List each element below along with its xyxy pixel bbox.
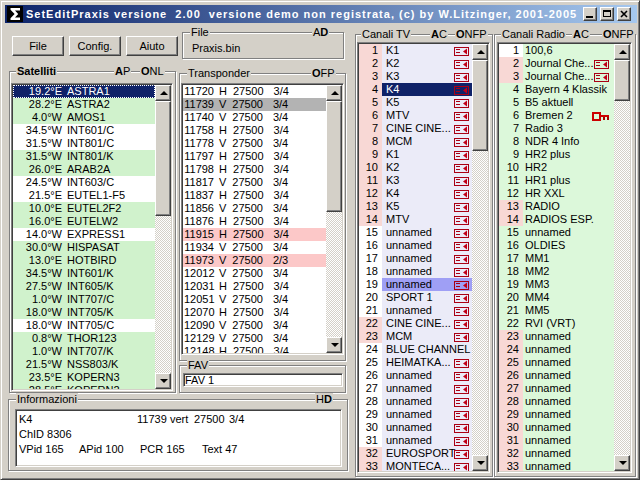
tv-channel-row[interactable]: 4K4 bbox=[359, 83, 472, 96]
radio-channel-row[interactable]: 9HR2 plus bbox=[499, 148, 614, 161]
sort-letter-c[interactable]: C bbox=[439, 28, 447, 40]
radio-scrollbar[interactable] bbox=[614, 44, 630, 471]
satellite-row[interactable]: 14.0°WEXPRESS1 bbox=[13, 228, 155, 241]
radio-channel-row[interactable]: 24unnamed bbox=[499, 343, 614, 356]
info-letters[interactable]: HD bbox=[315, 393, 333, 406]
transponder-row[interactable]: 11934V275003/4 bbox=[183, 241, 326, 254]
sort-letter-d[interactable]: D bbox=[324, 393, 332, 405]
transponder-row[interactable]: 11973V275002/3 bbox=[183, 254, 326, 267]
maximize-button[interactable] bbox=[600, 7, 614, 21]
transponder-row[interactable]: 12070H275003/4 bbox=[183, 306, 326, 319]
radio-channel-row[interactable]: 13RADIO bbox=[499, 200, 614, 213]
transponder-row[interactable]: 11758H275003/4 bbox=[183, 124, 326, 137]
transponder-row[interactable]: 11856V275003/4 bbox=[183, 202, 326, 215]
satellites-sort-letters-ap[interactable]: AP bbox=[114, 65, 131, 78]
sort-letter-p[interactable]: P bbox=[123, 65, 130, 77]
tv-channel-row[interactable]: 32EUROSPORT bbox=[359, 447, 472, 460]
transponder-row[interactable]: 12051V275003/4 bbox=[183, 293, 326, 306]
radio-channel-row[interactable]: 17MM1 bbox=[499, 252, 614, 265]
minimize-button[interactable] bbox=[583, 7, 597, 21]
satellite-row[interactable]: 19.2°EASTRA1 bbox=[13, 85, 155, 98]
satellite-row[interactable]: 23.5°EKOPERN3 bbox=[13, 371, 155, 384]
scrollbar-down-button[interactable] bbox=[326, 337, 342, 353]
tv-channel-row[interactable]: 13K5 bbox=[359, 200, 472, 213]
title-bar[interactable]: SetEditPraxis versione 2.00 versione dem… bbox=[5, 5, 637, 23]
satellite-row[interactable]: 31.5°WINT801/C bbox=[13, 137, 155, 150]
transponder-row[interactable]: 11915H275003/4 bbox=[183, 228, 326, 241]
tv-sort-letters-onfp[interactable]: ONFP bbox=[455, 28, 488, 41]
tv-channel-row[interactable]: 10K2 bbox=[359, 161, 472, 174]
radio-sort-letters-ac[interactable]: AC bbox=[572, 28, 590, 41]
tv-channel-row[interactable]: 18unnamed bbox=[359, 265, 472, 278]
radio-channel-row[interactable]: 19MM3 bbox=[499, 278, 614, 291]
radio-channel-row[interactable]: 15unnamed bbox=[499, 226, 614, 239]
scrollbar-down-button[interactable] bbox=[472, 455, 488, 471]
scrollbar-up-button[interactable] bbox=[326, 85, 342, 101]
satellite-row[interactable]: 34.5°WINT601/K bbox=[13, 267, 155, 280]
satellite-row[interactable]: 24.5°WINT603/C bbox=[13, 176, 155, 189]
sort-letter-c[interactable]: C bbox=[581, 28, 589, 40]
scrollbar-down-button[interactable] bbox=[155, 373, 171, 389]
sort-letter-o[interactable]: O bbox=[141, 65, 150, 77]
scrollbar-thumb[interactable] bbox=[155, 101, 171, 216]
transponder-row[interactable]: 11798H275003/4 bbox=[183, 163, 326, 176]
tv-channel-row[interactable]: 16unnamed bbox=[359, 239, 472, 252]
scrollbar-down-button[interactable] bbox=[614, 455, 630, 471]
tv-channel-row[interactable]: 26unnamed bbox=[359, 369, 472, 382]
tv-channel-row[interactable]: 33MONTECA... bbox=[359, 460, 472, 471]
radio-channel-row[interactable]: 25unnamed bbox=[499, 356, 614, 369]
radio-channel-row[interactable]: 21MM5 bbox=[499, 304, 614, 317]
sort-letter-nl[interactable]: NL bbox=[150, 65, 164, 77]
tv-scrollbar[interactable] bbox=[472, 44, 488, 471]
satellite-row[interactable]: 30.0°WHISPASAT bbox=[13, 241, 155, 254]
transponders-sort-letters[interactable]: OFP bbox=[311, 67, 336, 80]
satellite-row[interactable]: 26.0°EARAB2A bbox=[13, 163, 155, 176]
transponder-row[interactable]: 12012V275003/4 bbox=[183, 267, 326, 280]
satellite-row[interactable]: 18.0°WINT705/C bbox=[13, 319, 155, 332]
satellite-row[interactable]: 28.2°EASTRA2 bbox=[13, 98, 155, 111]
satellite-row[interactable]: 1.0°WINT707/K bbox=[13, 345, 155, 358]
transponder-row[interactable]: 12129V275003/4 bbox=[183, 332, 326, 345]
sort-letter-o[interactable]: O bbox=[312, 67, 321, 79]
satellite-row[interactable]: 1.0°WINT707/C bbox=[13, 293, 155, 306]
tv-channel-row[interactable]: 11K3 bbox=[359, 174, 472, 187]
tv-channel-row[interactable]: 25HEIMATKA... bbox=[359, 356, 472, 369]
scrollbar-thumb[interactable] bbox=[326, 101, 342, 212]
radio-channel-row[interactable]: 2Journal Che... bbox=[499, 57, 614, 70]
tv-channel-row[interactable]: 23MCM bbox=[359, 330, 472, 343]
tv-channel-row[interactable]: 19unnamed bbox=[359, 278, 472, 291]
tv-channel-row[interactable]: 9K1 bbox=[359, 148, 472, 161]
radio-channel-row[interactable]: 32unnamed bbox=[499, 447, 614, 460]
radio-channel-row[interactable]: 3Journal Che... bbox=[499, 70, 614, 83]
sort-letter-h[interactable]: H bbox=[316, 393, 324, 405]
radio-channel-row[interactable]: 28unnamed bbox=[499, 395, 614, 408]
radio-channel-row[interactable]: 31unnamed bbox=[499, 434, 614, 447]
satellite-row[interactable]: 34.5°WINT601/C bbox=[13, 124, 155, 137]
tv-channel-row[interactable]: 6MTV bbox=[359, 109, 472, 122]
tv-channel-row[interactable]: 12K4 bbox=[359, 187, 472, 200]
satellite-row[interactable]: 21.5°EEUTEL1-F5 bbox=[13, 189, 155, 202]
transponder-row[interactable]: 11720H275003/4 bbox=[183, 85, 326, 98]
tv-sort-letters-ac[interactable]: AC bbox=[430, 28, 448, 41]
transponders-scrollbar[interactable] bbox=[326, 85, 342, 353]
radio-channel-row[interactable]: 10HR2 bbox=[499, 161, 614, 174]
satellite-row[interactable]: 31.5°WINT801/K bbox=[13, 150, 155, 163]
tv-channel-row[interactable]: 20SPORT 1 bbox=[359, 291, 472, 304]
satellite-row[interactable]: 0.8°WTHOR123 bbox=[13, 332, 155, 345]
config-button[interactable]: Config. bbox=[69, 36, 121, 56]
transponder-row[interactable]: 12148H275003/4 bbox=[183, 345, 326, 353]
tv-channel-row[interactable]: 21unnamed bbox=[359, 304, 472, 317]
radio-channel-row[interactable]: 22RVI (VRT) bbox=[499, 317, 614, 330]
satellite-row[interactable]: 27.5°WINT605/K bbox=[13, 280, 155, 293]
file-button[interactable]: File bbox=[12, 36, 64, 56]
transponder-row[interactable]: 11797H275003/4 bbox=[183, 150, 326, 163]
tv-channel-row[interactable]: 1K1 bbox=[359, 44, 472, 57]
sort-letter-a[interactable]: A bbox=[115, 65, 123, 77]
transponder-row[interactable]: 11740V275003/4 bbox=[183, 111, 326, 124]
radio-channel-row[interactable]: 23unnamed bbox=[499, 330, 614, 343]
radio-channel-row[interactable]: 16OLDIES bbox=[499, 239, 614, 252]
satellite-row[interactable]: 4.0°WAMOS1 bbox=[13, 111, 155, 124]
tv-channel-row[interactable]: 28unnamed bbox=[359, 395, 472, 408]
tv-channel-row[interactable]: 7CINE CINE... bbox=[359, 122, 472, 135]
satellites-sort-letters-onl[interactable]: ONL bbox=[140, 65, 165, 78]
